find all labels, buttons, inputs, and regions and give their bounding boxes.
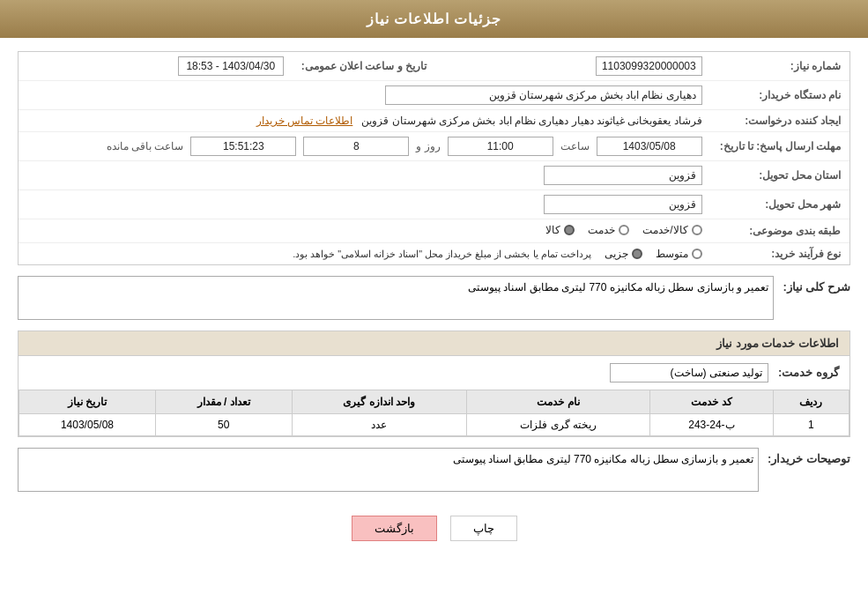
city-row: شهر محل تحویل: قزوین [19, 190, 849, 219]
services-table: ردیف کد خدمت نام خدمت واحد اندازه گیری ت… [19, 390, 849, 436]
main-info-section: شماره نیاز: 1103099320000003 تاریخ و ساع… [18, 51, 850, 265]
page-title: جزئیات اطلاعات نیاز [0, 0, 868, 38]
back-button[interactable]: بازگشت [352, 516, 437, 541]
category-value: کالا/خدمت خدمت کالا [19, 219, 711, 243]
creator-value: فرشاد یعقوبخانی غیاثوند دهیار دهیاری نظا… [19, 110, 711, 132]
purchase-type-label: نوع فرآیند خرید: [711, 243, 849, 265]
radio-medium-label: متوسط [656, 248, 688, 260]
purchase-type-row: نوع فرآیند خرید: متوسط جزیی پرداخت ت [19, 243, 849, 265]
col-row: ردیف [773, 390, 849, 414]
buyer-org-label: نام دستگاه خریدار: [711, 81, 849, 110]
category-radio-group: کالا/خدمت خدمت کالا [545, 224, 701, 236]
creator-label: ایجاد کننده درخواست: [711, 110, 849, 132]
deadline-value: 1403/05/08 ساعت 11:00 روز و 8 15:51:23 س… [19, 132, 711, 161]
info-table: شماره نیاز: 1103099320000003 تاریخ و ساع… [19, 52, 849, 264]
need-number-label: شماره نیاز: [711, 52, 849, 81]
services-table-header-row: ردیف کد خدمت نام خدمت واحد اندازه گیری ت… [19, 390, 849, 414]
deadline-row: مهلت ارسال پاسخ: تا تاریخ: 1403/05/08 سا… [19, 132, 849, 161]
deadline-remaining-box: 15:51:23 [190, 137, 296, 156]
radio-goods-service-label: کالا/خدمت [642, 224, 687, 236]
services-header: اطلاعات خدمات مورد نیاز [19, 331, 849, 356]
cell-row: 1 [773, 414, 849, 436]
buyer-notes-box-wrapper: تعمیر و بازسازی سطل زباله مکانیزه 770 لی… [18, 448, 759, 492]
cell-unit: عدد [292, 414, 466, 436]
table-row: 1 ب-24-243 ریخته گری فلزات عدد 50 1403/0… [19, 414, 849, 436]
radio-service-label: خدمت [588, 224, 615, 236]
buyer-notes-section: توصیحات خریدار: تعمیر و بازسازی سطل زبال… [18, 448, 850, 492]
province-row: استان محل تحویل: قزوین [19, 161, 849, 190]
col-qty: تعداد / مقدار [155, 390, 292, 414]
purchase-type-group: متوسط جزیی پرداخت تمام یا بخشی از مبلغ خ… [27, 248, 702, 260]
col-code: کد خدمت [650, 390, 773, 414]
cell-name: ریخته گری فلزات [466, 414, 649, 436]
buyer-notes-box: تعمیر و بازسازی سطل زباله مکانیزه 770 لی… [18, 448, 759, 492]
description-box-wrapper: تعمیر و بازسازی سطل زباله مکانیزه 770 لی… [18, 276, 774, 320]
radio-goods-circle [564, 225, 575, 235]
province-label: استان محل تحویل: [711, 161, 849, 190]
services-table-head: ردیف کد خدمت نام خدمت واحد اندازه گیری ت… [19, 390, 849, 414]
buyer-org-row: نام دستگاه خریدار: دهیاری نظام اباد بخش … [19, 81, 849, 110]
page-wrapper: جزئیات اطلاعات نیاز شماره نیاز: 11030993… [0, 0, 868, 609]
radio-goods-service-circle [692, 225, 702, 235]
cell-date: 1403/05/08 [19, 414, 156, 436]
category-row: طبقه بندی موضوعی: کالا/خدمت خدمت [19, 219, 849, 243]
print-button[interactable]: چاپ [450, 516, 517, 541]
rooz-label: روز و [416, 140, 440, 152]
saet-mande-label: ساعت باقی مانده [107, 140, 184, 152]
buyer-org-box: دهیاری نظام اباد بخش مرکزی شهرستان قزوین [385, 85, 702, 105]
purchase-note: پرداخت تمام یا بخشی از مبلغ خریداز محل "… [293, 249, 591, 260]
need-number-box: 1103099320000003 [596, 56, 702, 76]
announce-date-box: 1403/04/30 - 18:53 [178, 56, 284, 76]
category-label: طبقه بندی موضوعی: [711, 219, 849, 243]
cell-code: ب-24-243 [650, 414, 773, 436]
deadline-time-box: 11:00 [448, 137, 553, 156]
radio-partial-label: جزیی [605, 248, 628, 260]
cell-qty: 50 [155, 414, 292, 436]
bottom-buttons: چاپ بازگشت [18, 502, 850, 554]
announce-date-label: تاریخ و ساعت اعلان عمومی: [293, 52, 435, 81]
buyer-org-value: دهیاری نظام اباد بخش مرکزی شهرستان قزوین [19, 81, 711, 110]
deadline-inputs: 1403/05/08 ساعت 11:00 روز و 8 15:51:23 س… [27, 137, 702, 156]
city-label: شهر محل تحویل: [711, 190, 849, 219]
description-section: شرح کلی نیاز: تعمیر و بازسازی سطل زباله … [18, 276, 850, 320]
service-group-row: گروه خدمت: تولید صنعتی (ساخت) [19, 356, 849, 390]
service-group-label: گروه خدمت: [778, 366, 839, 379]
services-table-body: 1 ب-24-243 ریخته گری فلزات عدد 50 1403/0… [19, 414, 849, 436]
radio-goods[interactable]: کالا [545, 224, 575, 236]
city-box: قزوین [544, 195, 702, 214]
creator-name: فرشاد یعقوبخانی غیاثوند دهیار دهیاری نظا… [361, 115, 701, 127]
deadline-date-box: 1403/05/08 [597, 137, 702, 156]
description-label: شرح کلی نیاز: [783, 276, 850, 293]
need-number-row: شماره نیاز: 1103099320000003 تاریخ و ساع… [19, 52, 849, 81]
creator-row: ایجاد کننده درخواست: فرشاد یعقوبخانی غیا… [19, 110, 849, 132]
city-value: قزوین [19, 190, 711, 219]
radio-service-circle [619, 225, 629, 235]
radio-goods-label: کالا [545, 224, 560, 236]
need-number-value: 1103099320000003 [435, 52, 711, 81]
deadline-label: مهلت ارسال پاسخ: تا تاریخ: [711, 132, 849, 161]
radio-medium[interactable]: متوسط [656, 248, 702, 260]
radio-service[interactable]: خدمت [588, 224, 629, 236]
buyer-notes-label: توصیحات خریدار: [768, 448, 850, 465]
service-group-value: تولید صنعتی (ساخت) [610, 363, 768, 382]
radio-goods-service[interactable]: کالا/خدمت [642, 224, 701, 236]
col-unit: واحد اندازه گیری [292, 390, 466, 414]
contact-link[interactable]: اطلاعات تماس خریدار [256, 115, 353, 127]
radio-partial-circle [632, 249, 642, 259]
province-value: قزوین [19, 161, 711, 190]
announce-date-value: 1403/04/30 - 18:53 [19, 52, 293, 81]
purchase-type-value: متوسط جزیی پرداخت تمام یا بخشی از مبلغ خ… [19, 243, 711, 265]
radio-medium-circle [692, 249, 702, 259]
description-box: تعمیر و بازسازی سطل زباله مکانیزه 770 لی… [18, 276, 774, 320]
col-name: نام خدمت [466, 390, 649, 414]
services-section: اطلاعات خدمات مورد نیاز گروه خدمت: تولید… [18, 330, 850, 437]
content-area: شماره نیاز: 1103099320000003 تاریخ و ساع… [0, 38, 868, 568]
radio-partial[interactable]: جزیی [605, 248, 642, 260]
province-box: قزوین [544, 166, 702, 185]
col-date: تاریخ نیاز [19, 390, 156, 414]
deadline-days-box: 8 [303, 137, 409, 156]
saet-label: ساعت [560, 140, 590, 152]
